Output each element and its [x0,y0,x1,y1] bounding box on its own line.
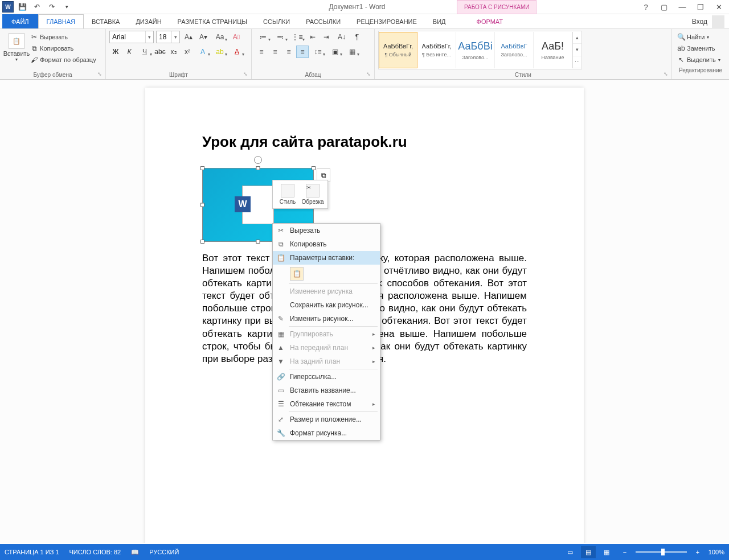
tab-format[interactable]: ФОРМАТ [469,14,511,28]
tab-references[interactable]: ССЫЛКИ [255,14,298,28]
align-center-icon[interactable]: ≡ [269,46,281,58]
change-case-icon[interactable]: Aa▾ [212,31,228,43]
rotate-handle[interactable] [254,156,262,164]
bullets-icon[interactable]: ≔▾ [255,31,271,43]
resize-handle[interactable] [200,203,204,207]
font-dialog-launcher[interactable]: ⤡ [243,71,250,78]
shading-icon[interactable]: ▣▾ [327,46,343,58]
zoom-in-icon[interactable]: + [690,546,705,558]
shrink-font-icon[interactable]: A▾ [197,31,210,43]
sort-icon[interactable]: A↓ [334,31,350,43]
copy-button[interactable]: ⧉Копировать [30,43,96,53]
align-right-icon[interactable]: ≡ [282,46,295,58]
signin-link[interactable]: Вход [692,18,707,26]
gallery-down-icon[interactable]: ▾ [573,44,581,56]
undo-icon[interactable]: ↶ [31,1,43,13]
select-button[interactable]: ↖Выделить▾ [677,55,724,65]
font-name-combo[interactable]: ▾ [109,31,154,43]
resize-handle[interactable] [312,166,316,170]
align-left-icon[interactable]: ≡ [255,46,268,58]
bold-button[interactable]: Ж [109,46,122,58]
resize-handle[interactable] [200,166,204,170]
highlight-icon[interactable]: ab▾ [212,46,228,58]
cm-save-as-picture[interactable]: Сохранить как рисунок... [273,298,380,312]
gallery-up-icon[interactable]: ▴ [573,32,581,44]
redo-icon[interactable]: ↷ [46,1,58,13]
status-language[interactable]: РУССКИЙ [149,549,179,555]
tab-review[interactable]: РЕЦЕНЗИРОВАНИЕ [349,14,425,28]
help-icon[interactable]: ? [639,1,653,13]
tab-page-layout[interactable]: РАЗМЕТКА СТРАНИЦЫ [170,14,255,28]
gallery-more-icon[interactable]: ⋯ [573,56,581,68]
print-layout-icon[interactable]: ▤ [581,546,596,558]
grow-font-icon[interactable]: A▴ [182,31,195,43]
paste-option-icon[interactable]: 📋 [290,267,304,281]
resize-handle[interactable] [200,240,204,244]
style-item[interactable]: АаБбВіЗаголово... [456,32,495,68]
superscript-button[interactable]: x² [181,46,194,58]
picture-style-button[interactable]: Стиль [275,183,300,206]
status-page[interactable]: СТРАНИЦА 1 ИЗ 1 [5,549,59,555]
text-effects-icon[interactable]: A▾ [195,46,211,58]
cm-insert-caption[interactable]: ▭Вставить название... [273,384,380,397]
styles-gallery[interactable]: АаБбВвГг,¶ ОбычныйАаБбВвГг,¶ Без инте...… [378,31,582,69]
decrease-indent-icon[interactable]: ⇤ [306,31,319,43]
document-heading[interactable]: Урок для сайта paratapok.ru [202,133,527,151]
style-item[interactable]: АаБбВвГг,¶ Без инте... [417,32,456,68]
cm-cut[interactable]: ✂Вырезать [273,224,380,237]
format-painter-button[interactable]: 🖌Формат по образцу [30,55,96,65]
increase-indent-icon[interactable]: ⇥ [320,31,333,43]
styles-dialog-launcher[interactable]: ⤡ [664,71,670,78]
find-button[interactable]: 🔍Найти▾ [677,32,724,42]
show-marks-icon[interactable]: ¶ [351,31,363,43]
tab-design[interactable]: ДИЗАЙН [128,14,169,28]
line-spacing-icon[interactable]: ↕≡▾ [310,46,326,58]
tab-file[interactable]: ФАЙЛ [2,14,38,28]
cm-format-picture[interactable]: 🔧Формат рисунка... [273,426,380,440]
resize-handle[interactable] [256,166,260,170]
zoom-level[interactable]: 100% [708,549,724,555]
font-size-combo[interactable]: ▾ [156,31,180,43]
clipboard-dialog-launcher[interactable]: ⤡ [97,71,104,78]
crop-button[interactable]: ✂Обрезка [300,183,325,206]
status-words[interactable]: ЧИСЛО СЛОВ: 82 [69,549,121,555]
user-avatar-icon[interactable] [712,15,724,28]
multilevel-icon[interactable]: ⋮≡▾ [289,31,305,43]
cm-edit-picture[interactable]: ✎Изменить рисунок... [273,312,380,326]
clear-formatting-icon[interactable]: A⃠ [230,31,243,43]
font-color-icon[interactable]: A▾ [229,46,245,58]
style-item[interactable]: АаБбВвГг,¶ Обычный [379,32,417,68]
italic-button[interactable]: К [123,46,136,58]
resize-handle[interactable] [256,240,260,244]
web-layout-icon[interactable]: ▦ [599,546,614,558]
subscript-button[interactable]: x₂ [167,46,180,58]
tab-home[interactable]: ГЛАВНАЯ [38,14,84,28]
cut-button[interactable]: ✂Вырезать [30,32,96,42]
style-item[interactable]: АаБ!Название [534,32,572,68]
replace-button[interactable]: abЗаменить [677,43,724,53]
cm-wrap-text[interactable]: ☰Обтекание текстом▸ [273,397,380,411]
minimize-icon[interactable]: — [675,1,689,13]
paragraph-dialog-launcher[interactable]: ⤡ [366,71,373,78]
tab-insert[interactable]: ВСТАВКА [84,14,128,28]
style-item[interactable]: АаБбВвГЗаголово... [495,32,534,68]
status-proofing-icon[interactable]: 📖 [131,549,139,556]
justify-icon[interactable]: ≡ [296,46,309,58]
borders-icon[interactable]: ▦▾ [344,46,360,58]
zoom-out-icon[interactable]: − [617,546,632,558]
numbering-icon[interactable]: ≕▾ [272,31,288,43]
maximize-icon[interactable]: ❐ [694,1,707,13]
tab-mailings[interactable]: РАССЫЛКИ [298,14,349,28]
font-size-input[interactable] [157,31,171,43]
underline-button[interactable]: Ч▾ [137,46,153,58]
close-icon[interactable]: ✕ [712,1,726,13]
qat-customize-icon[interactable]: ▾ [60,1,73,13]
ribbon-display-icon[interactable]: ▢ [657,1,671,13]
cm-copy[interactable]: ⧉Копировать [273,237,380,251]
tab-view[interactable]: ВИД [425,14,454,28]
cm-size-position[interactable]: ⤢Размер и положение... [273,413,380,426]
paste-button[interactable]: 📋 Вставить ▾ [3,31,30,64]
strikethrough-button[interactable]: abc [154,46,166,58]
save-icon[interactable]: 💾 [16,1,28,13]
cm-hyperlink[interactable]: 🔗Гиперссылка... [273,370,380,384]
